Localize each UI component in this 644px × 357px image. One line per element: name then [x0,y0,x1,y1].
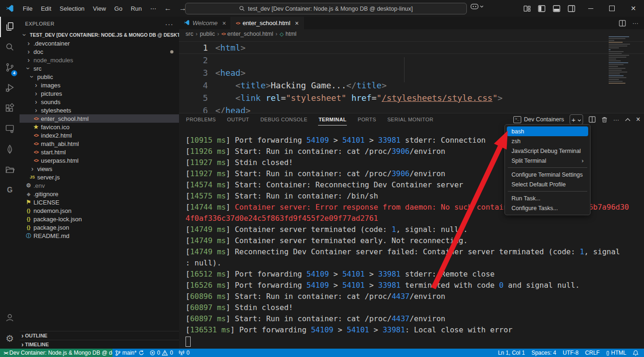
new-terminal-button[interactable]: + [570,114,583,125]
menu-item-split-terminal[interactable]: Split Terminal› [507,156,588,165]
tree-item-doc[interactable]: ›doc [20,47,179,56]
breadcrumb-item-src[interactable]: src [186,31,193,37]
activity-bar-item-mongodb[interactable] [0,139,20,160]
tree-item-server.js[interactable]: JSserver.js [20,173,179,181]
menu-item-selection[interactable]: Selection [55,3,88,14]
toggle-secondary-sidebar-icon[interactable] [568,5,575,12]
tab-welcome[interactable]: Welcome× [179,17,231,29]
minimap[interactable] [608,35,637,86]
activity-bar-item-gitlens[interactable]: G [0,180,20,201]
menu-item-javascript-debug-terminal[interactable]: JavaScript Debug Terminal [507,146,588,156]
menu-item-configure-terminal-settings[interactable]: Configure Terminal Settings [507,170,588,179]
split-terminal-icon[interactable] [589,116,596,123]
breadcrumb-item-enter-school-html[interactable]: <>enter_school.html [221,31,273,37]
menu-item-view[interactable]: View [89,3,110,14]
activity-bar-item-manage[interactable]: ⚙ [0,328,20,349]
kill-terminal-icon[interactable] [601,116,608,123]
editor-more-actions-icon[interactable]: ··· [632,20,638,26]
activity-bar-item-extensions[interactable] [0,99,20,119]
breadcrumb-item-public[interactable]: public [200,31,215,37]
panel-more-actions-icon[interactable]: ··· [613,116,619,123]
maximize-button[interactable] [601,0,623,17]
panel-tab-serial-monitor[interactable]: SERIAL MONITOR [387,113,434,126]
panel-tab-ports[interactable]: PORTS [357,113,377,126]
tree-item-readme.md[interactable]: ⓘREADME.md [20,231,179,240]
navigate-back-button[interactable]: ← [160,4,175,13]
tree-item-enter-school.html[interactable]: <>enter_school.html [20,114,179,123]
panel-tab-problems[interactable]: PROBLEMS [186,113,216,126]
menu-item-select-default-profile[interactable]: Select Default Profile [507,179,588,189]
tree-item-nodemon.json[interactable]: {}nodemon.json [20,206,179,215]
terminal-instance-item[interactable]: >_Dev Containers [513,116,564,123]
menu-item-edit[interactable]: Edit [37,3,55,14]
close-tab-icon[interactable]: × [222,20,226,27]
status-item-html[interactable]: {}HTML [604,349,629,357]
code-editor[interactable]: 1<html>23<head>4 <title>Hacking Game...<… [179,39,644,116]
branch-indicator[interactable]: main* [113,349,147,357]
tree-item-math-abi.html[interactable]: <>math_abi.html [20,139,179,148]
tree-item-.gitignore[interactable]: ◆.gitignore [20,190,179,198]
problems-indicator[interactable]: 0 0 [147,349,176,357]
command-center[interactable]: test_dev [Dev Container: Node.js & Mongo… [185,3,467,14]
toggle-sidebar-icon[interactable] [538,5,545,12]
outline-section[interactable]: ›OUTLINE [20,331,179,340]
panel-tab-debug-console[interactable]: DEBUG CONSOLE [260,113,308,126]
minimize-button[interactable] [580,0,601,17]
customize-layout-icon[interactable] [524,5,531,12]
menu-item-go[interactable]: Go [110,3,126,14]
status-item-crlf[interactable]: CRLF [582,349,602,357]
remote-indicator[interactable]: >< Dev Container: Node.js & Mongo DB @ d… [0,349,113,357]
activity-bar-item-remote-explorer[interactable] [0,119,20,139]
activity-bar-item-accounts[interactable] [0,308,20,328]
tree-item-src[interactable]: ›src [20,64,179,73]
breadcrumb-item-html[interactable]: ◇html [280,31,297,37]
panel-tab-terminal[interactable]: TERMINAL [318,113,347,126]
tree-item-stylesheets[interactable]: ›stylesheets [20,106,179,114]
tree-item-.devcontainer[interactable]: ›.devcontainer [20,39,179,47]
tree-item-.env[interactable]: ⚙.env [20,181,179,190]
activity-bar-item-search[interactable] [0,37,20,58]
panel-tab-output[interactable]: OUTPUT [226,113,250,126]
tree-item-userpass.html[interactable]: <>userpass.html [20,156,179,165]
menu-item-run-task-[interactable]: Run Task... [507,193,588,203]
tree-item-favicon.ico[interactable]: ★favicon.ico [20,123,179,131]
forwarded-ports-indicator[interactable]: 0 [176,349,193,357]
tree-item-pictures[interactable]: ›pictures [20,89,179,98]
menu-item-bash[interactable]: bash [507,126,588,136]
tree-item-sounds[interactable]: ›sounds [20,98,179,106]
status-item-utf-8[interactable]: UTF-8 [560,349,581,357]
tree-item-package.json[interactable]: {}package.json [20,223,179,231]
menu-item-zsh[interactable]: zsh [507,136,588,146]
timeline-section[interactable]: ›TIMELINE [20,340,179,349]
menu-item-run[interactable]: Run [126,3,146,14]
close-tab-icon[interactable]: × [295,20,299,27]
maximize-panel-icon[interactable] [625,118,631,121]
menu-item-more[interactable]: ⋯ [146,3,160,14]
activity-bar-item-source-control[interactable]: 4 [0,58,20,78]
menu-item-configure-tasks-[interactable]: Configure Tasks... [507,203,588,213]
tree-item-images[interactable]: ›images [20,81,179,89]
activity-bar-item-explorer[interactable] [0,17,19,37]
activity-bar-item-run-debug[interactable] [0,78,20,99]
menu-item-file[interactable]: File [19,3,37,14]
activity-bar-item-folder-explorer[interactable] [0,160,20,180]
close-panel-icon[interactable]: × [636,115,640,124]
notifications-bell-icon[interactable] [630,349,641,357]
explorer-more-actions-icon[interactable]: ··· [165,20,173,28]
status-item-ln-1-col-1[interactable]: Ln 1, Col 1 [495,349,528,357]
split-editor-icon[interactable] [619,20,626,26]
toggle-panel-icon[interactable] [553,5,560,12]
tree-item-start.html[interactable]: <>start.html [20,148,179,156]
chevron-down-icon[interactable] [578,116,581,123]
status-item-spaces-4[interactable]: Spaces: 4 [529,349,559,357]
tree-item-package-lock.json[interactable]: {}package-lock.json [20,215,179,223]
tree-item-public[interactable]: ›public [20,73,179,81]
tab-enter-school-html[interactable]: <>enter_school.html× [231,17,304,29]
tree-item-license[interactable]: ⚑LICENSE [20,198,179,206]
tree-item-views[interactable]: ›views [20,165,179,173]
close-window-button[interactable]: ✕ [623,0,644,17]
tree-item-index2.html[interactable]: <>index2.html [20,131,179,139]
tree-item-node-modules[interactable]: ›node_modules [20,56,179,64]
copilot-button[interactable] [471,3,484,10]
tree-item-test-dev-dev-container-node.js-mongo-db-[interactable]: ›TEST_DEV [DEV CONTAINER: NODE.JS & MONG… [20,31,179,39]
